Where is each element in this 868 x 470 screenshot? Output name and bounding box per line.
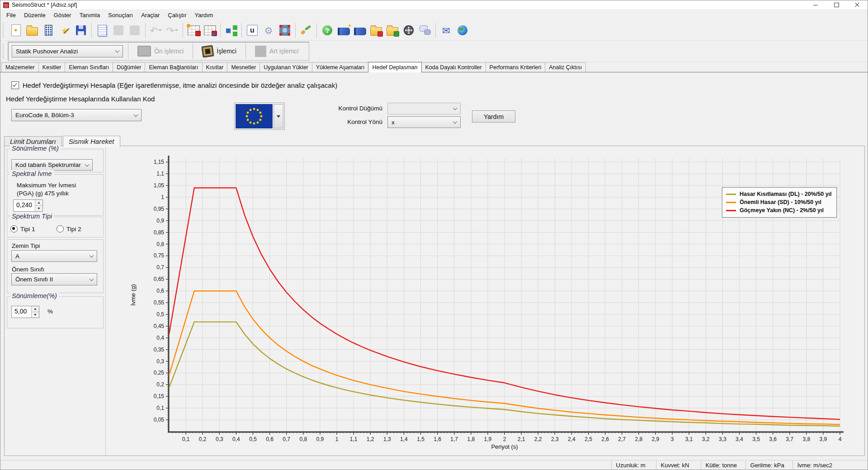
undo-icon: ↶ [148,22,164,39]
tab-malzemeler[interactable]: Malzemeler [1,62,39,72]
tab-hedef-deplasman[interactable]: Hedef Deplasman [368,62,421,72]
units-icon[interactable]: u [244,22,260,39]
window-title: SeismoStruct * [Adsız.spf] [12,2,77,8]
svg-text:0,4: 0,4 [156,335,164,341]
video-icon[interactable] [401,22,417,39]
menu-araclar[interactable]: Araçlar [137,10,164,20]
toolbar-separator [316,23,317,38]
paintbrush-icon[interactable] [298,22,314,39]
tab-eleman-s-n-flar[interactable]: Eleman Sınıfları [65,62,113,72]
svg-text:1,1: 1,1 [350,436,358,442]
pga-value[interactable]: 0,240 [14,200,35,211]
tab-yukleme-asamalar[interactable]: Yükleme Aşamaları [312,62,369,72]
status-kuvvet: Kuvvet: kN [656,461,701,470]
svg-text:2,1: 2,1 [518,436,525,442]
damping-spin-up[interactable] [32,306,39,312]
report-folder-icon[interactable] [368,22,384,39]
menu-bar: FileDüzenleGösterTanımlaSonuçlarıAraçlar… [0,10,868,20]
flowchart-icon[interactable] [223,22,239,39]
processor-separator [245,43,246,59]
control-direction-dropdown[interactable]: x [387,116,461,128]
menu-yard-m[interactable]: Yardım [190,10,217,20]
subtab-sismik-hareket[interactable]: Sismik Hareket [63,136,120,147]
pga-spin-up[interactable] [35,200,42,206]
tab-uygulanan-yukler[interactable]: Uygulanan Yükler [259,62,312,72]
export-report-icon[interactable] [94,22,110,39]
eigenvalue-viewer-icon[interactable] [277,22,293,39]
analysis-toolbar-box: Statik Pushover Analizi Ön işlemciİşlemc… [8,42,309,61]
new-project-icon[interactable]: ✦ [8,22,24,39]
menu-sonuclar[interactable]: Sonuçları [104,10,137,20]
settings-gear-icon-glyph: ⚙ [264,26,273,35]
code-dropdown[interactable]: EuroCode 8, Bölüm-3 [11,109,142,121]
tab-koda-dayal-kontroller[interactable]: Koda Dayalı Kontroller [421,62,486,72]
spectrum-type-option-1[interactable]: Tipi 1 [10,225,35,233]
toolbar-grip[interactable] [3,23,6,38]
tab-kesitler[interactable]: Kesitler [38,62,66,72]
processor-separator [128,43,128,59]
close-button[interactable] [847,0,868,9]
tutorials-book-icon[interactable]: ✦ [335,22,352,39]
flag-dropdown-arrow[interactable] [274,104,283,128]
table-wizard-icon[interactable] [185,22,202,39]
open-project-icon-glyph [26,27,38,36]
refresh-folder-icon[interactable] [384,22,401,39]
tab-eleman-baglant-lar[interactable]: Eleman Bağlantıları [145,62,202,72]
tab-dugumler[interactable]: Düğümler [113,62,145,72]
run-analysis-icon[interactable]: ▶ [202,22,218,39]
menu-tan-mla[interactable]: Tanımla [75,10,104,20]
menu-duzenle[interactable]: Düzenle [20,10,50,20]
svg-text:1: 1 [335,436,339,442]
tab-mesnetler[interactable]: Mesnetler [227,62,260,72]
control-node-dropdown[interactable] [387,103,461,114]
module-tab-strip: MalzemelerKesitlerEleman SınıflarıDüğüml… [0,62,868,72]
soil-type-dropdown[interactable]: A [11,250,97,262]
damping-value[interactable]: 5,00 [12,306,31,318]
importance-class-dropdown[interactable]: Önem Sınıfı II [11,273,97,285]
redo-icon: ↷ [164,22,180,39]
help-button[interactable]: Yardım [472,110,515,123]
menu-file[interactable]: File [2,10,20,20]
app-icon [3,2,9,8]
website-icon[interactable] [454,22,471,39]
menu-goster[interactable]: Göster [50,10,75,20]
minimize-button[interactable] [805,0,826,9]
svg-text:1,5: 1,5 [417,436,425,442]
forum-icon[interactable] [417,22,433,39]
maximize-button[interactable] [826,0,847,9]
spectrum-type-title: Spektrum Tipi [10,213,54,220]
spectrum-source-dropdown[interactable]: Kod tabanlı Spektrumlar [11,159,93,171]
settings-gear-icon[interactable]: ⚙ [260,22,277,39]
compute-target-displacement-label: Hedef Yerdeğiştirmeyi Hesapla (Eğer işar… [23,81,337,89]
menu-cal-st-r[interactable]: Çalıştır [164,10,190,20]
manual-book-icon[interactable] [352,22,368,39]
pga-spin-down[interactable] [35,206,42,211]
svg-text:0,25: 0,25 [154,370,165,376]
analysis-toolbar-grip[interactable] [3,43,6,59]
svg-text:3,4: 3,4 [736,436,743,442]
svg-text:0,2: 0,2 [199,436,207,442]
islemci-button[interactable]: İşlemci [198,43,241,59]
save-icon[interactable] [73,22,89,39]
tab-analiz-c-kt-s[interactable]: Analiz Çıktısı [545,62,586,72]
tab-k-s-tlar[interactable]: Kısıtlar [202,62,228,72]
tab-performans-kriterleri[interactable]: Performans Kriterleri [486,62,546,72]
eu-flag-icon [236,104,273,128]
toolbar-separator [91,23,92,38]
radio-type2-icon[interactable] [57,225,64,233]
code-flag-selector[interactable] [234,103,285,130]
email-icon[interactable]: ✉ [438,22,454,39]
damping-spin-down[interactable] [32,312,39,318]
radio-type1-icon[interactable] [10,225,18,233]
wizard-icon[interactable]: ★ [57,22,73,39]
building-modeller-icon[interactable] [40,22,57,39]
analysis-type-dropdown[interactable]: Statik Pushover Analizi [12,45,123,57]
art-islemci-icon [255,46,266,57]
type2-label: Tipi 2 [66,226,81,233]
toolbar-separator [435,23,436,38]
open-project-icon[interactable] [24,22,40,39]
compute-target-displacement-checkbox[interactable] [11,81,19,89]
help-icon[interactable]: ? [319,22,335,39]
legend-swatch-sd [726,202,736,203]
spectrum-type-option-2[interactable]: Tipi 2 [57,225,81,233]
